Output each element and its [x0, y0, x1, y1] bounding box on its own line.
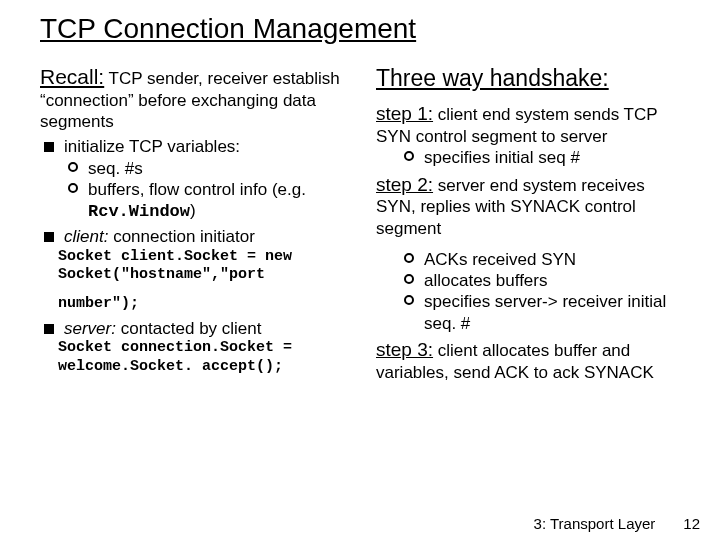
server-text: contacted by client	[116, 319, 262, 338]
step1: step 1: client end system sends TCP SYN …	[376, 102, 688, 147]
bullet-initialize: initialize TCP variables:	[44, 136, 352, 157]
subbullet-seq: seq. #s	[68, 158, 352, 179]
client-code-line1: Socket client.Socket = new Socket("hostn…	[58, 248, 352, 286]
step2-sub1-text: ACKs received SYN	[424, 249, 688, 270]
square-bullet-icon	[44, 142, 54, 152]
recall-paragraph: Recall: TCP sender, receiver establish “…	[40, 64, 352, 133]
circle-bullet-icon	[404, 274, 414, 284]
recall-label: Recall:	[40, 65, 104, 88]
square-bullet-icon	[44, 232, 54, 242]
circle-bullet-icon	[68, 183, 78, 193]
right-column: Three way handshake: step 1: client end …	[376, 64, 688, 383]
subbullet-seq-text: seq. #s	[88, 158, 352, 179]
subbullet-buffers-text: buffers, flow control info (e.g. Rcv.Win…	[88, 179, 352, 223]
step2-sub2: allocates buffers	[404, 270, 688, 291]
step2-sub3: specifies server-> receiver initial seq.…	[404, 291, 688, 334]
step2-sub3-text: specifies server-> receiver initial seq.…	[424, 291, 688, 334]
footer-page-number: 12	[683, 515, 700, 532]
client-label: client:	[64, 227, 108, 246]
client-code-line2: number");	[58, 295, 352, 314]
slide-footer: 3: Transport Layer 12	[534, 515, 700, 532]
step1-sub1-text: specifies initial seq #	[424, 147, 688, 168]
circle-bullet-icon	[68, 162, 78, 172]
step2-label: step 2:	[376, 174, 433, 195]
step1-sub1: specifies initial seq #	[404, 147, 688, 168]
server-label: server:	[64, 319, 116, 338]
handshake-heading: Three way handshake:	[376, 64, 688, 93]
circle-bullet-icon	[404, 253, 414, 263]
bullet-client-text: client: connection initiator	[64, 226, 352, 247]
bullet-client: client: connection initiator	[44, 226, 352, 247]
bullet-initialize-text: initialize TCP variables:	[64, 136, 352, 157]
handshake-heading-text: Three way handshake:	[376, 65, 609, 91]
content-columns: Recall: TCP sender, receiver establish “…	[40, 64, 688, 383]
slide-title: TCP Connection Management	[40, 12, 688, 46]
step2-sub2-text: allocates buffers	[424, 270, 688, 291]
circle-bullet-icon	[404, 151, 414, 161]
bullet-server: server: contacted by client	[44, 318, 352, 339]
step2: step 2: server end system receives SYN, …	[376, 173, 688, 239]
step1-label: step 1:	[376, 103, 433, 124]
subbullet-buffers-post: )	[190, 201, 196, 220]
square-bullet-icon	[44, 324, 54, 334]
circle-bullet-icon	[404, 295, 414, 305]
step3-label: step 3:	[376, 339, 433, 360]
slide: TCP Connection Management Recall: TCP se…	[0, 0, 720, 540]
step3: step 3: client allocates buffer and vari…	[376, 338, 688, 383]
footer-section: 3: Transport Layer	[534, 515, 656, 532]
left-column: Recall: TCP sender, receiver establish “…	[40, 64, 352, 383]
rcvwindow-code: Rcv.Window	[88, 202, 190, 221]
bullet-server-text: server: contacted by client	[64, 318, 352, 339]
step2-sub1: ACKs received SYN	[404, 249, 688, 270]
subbullet-buffers: buffers, flow control info (e.g. Rcv.Win…	[68, 179, 352, 223]
server-code: Socket connection.Socket = welcome.Socke…	[58, 339, 352, 377]
subbullet-buffers-pre: buffers, flow control info (e.g.	[88, 180, 306, 199]
client-text: connection initiator	[108, 227, 254, 246]
